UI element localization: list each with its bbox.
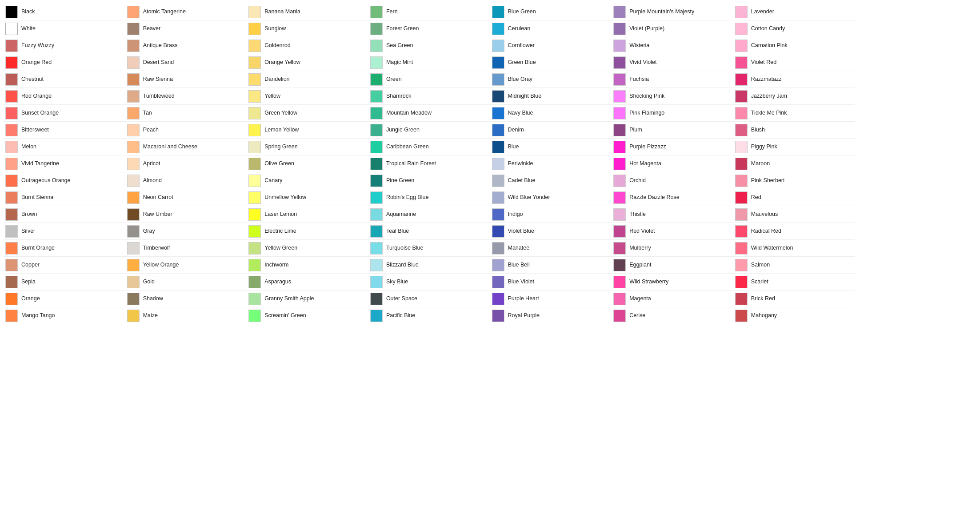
- color-item: Orange Yellow: [247, 54, 368, 71]
- color-item: Sunglow: [247, 20, 368, 37]
- color-swatch: [613, 90, 626, 103]
- color-label: Tan: [143, 110, 152, 116]
- color-label: Wild Strawberry: [629, 278, 668, 285]
- color-item: Purple Mountain's Majesty: [612, 4, 733, 20]
- color-swatch: [492, 191, 504, 204]
- color-label: Purple Mountain's Majesty: [629, 8, 694, 15]
- color-item: Atomic Tangerine: [125, 4, 247, 20]
- color-label: Wild Watermelon: [751, 245, 793, 251]
- color-swatch: [613, 124, 626, 136]
- color-label: Green: [386, 76, 402, 83]
- color-item: Silver: [4, 223, 125, 240]
- color-item: Periwinkle: [490, 155, 612, 172]
- color-swatch: [248, 124, 261, 136]
- color-item: Canary: [247, 172, 368, 189]
- color-swatch: [735, 293, 748, 305]
- color-label: Purple Pizzazz: [629, 143, 666, 150]
- color-swatch: [127, 293, 140, 305]
- color-label: Purple Heart: [508, 295, 539, 302]
- color-label: Indigo: [508, 211, 523, 218]
- color-label: Teal Blue: [386, 228, 409, 235]
- color-swatch: [370, 293, 383, 305]
- color-label: Violet (Purple): [629, 25, 664, 32]
- color-label: Jazzberry Jam: [751, 93, 787, 99]
- color-item: Blush: [733, 122, 855, 139]
- color-swatch: [370, 6, 383, 18]
- color-swatch: [5, 107, 18, 119]
- color-item: Magic Mint: [368, 54, 490, 71]
- color-swatch: [248, 141, 261, 153]
- color-item: Orange: [4, 290, 125, 307]
- color-label: Orange Red: [21, 59, 52, 66]
- color-swatch: [613, 6, 626, 18]
- color-item: Mango Tango: [4, 307, 125, 324]
- color-item: Hot Magenta: [612, 155, 733, 172]
- color-swatch: [613, 208, 626, 221]
- color-swatch: [613, 141, 626, 153]
- color-swatch: [492, 208, 504, 221]
- color-item: Navy Blue: [490, 105, 612, 122]
- color-label: Blue Violet: [508, 278, 535, 285]
- color-swatch: [5, 225, 18, 238]
- color-label: Tropical Rain Forest: [386, 160, 436, 167]
- color-swatch: [613, 242, 626, 255]
- color-item: Black: [4, 4, 125, 20]
- color-item: Blue Bell: [490, 257, 612, 274]
- color-item: Fuzzy Wuzzy: [4, 37, 125, 54]
- color-label: Wild Blue Yonder: [508, 194, 550, 201]
- color-swatch: [735, 56, 748, 69]
- color-item: Yellow Green: [247, 240, 368, 257]
- color-swatch: [127, 208, 140, 221]
- color-item: Eggplant: [612, 257, 733, 274]
- color-column-4: Blue GreenCeruleanCornflowerGreen BlueBl…: [490, 4, 612, 324]
- color-item: Teal Blue: [368, 223, 490, 240]
- color-swatch: [735, 175, 748, 187]
- color-item: Orchid: [612, 172, 733, 189]
- color-item: Mulberry: [612, 240, 733, 257]
- color-swatch: [735, 191, 748, 204]
- color-swatch: [492, 175, 504, 187]
- color-label: Raw Sienna: [143, 76, 173, 83]
- color-item: Electric Lime: [247, 223, 368, 240]
- color-label: Green Blue: [508, 59, 536, 66]
- color-label: Brown: [21, 211, 37, 218]
- color-swatch: [370, 259, 383, 271]
- color-swatch: [735, 23, 748, 35]
- color-label: Red Violet: [629, 228, 655, 235]
- color-label: Fern: [386, 8, 398, 15]
- color-item: Almond: [125, 172, 247, 189]
- color-label: Violet Red: [751, 59, 776, 66]
- color-label: Apricot: [143, 160, 160, 167]
- color-label: Outer Space: [386, 295, 417, 302]
- color-swatch: [127, 40, 140, 52]
- color-swatch: [5, 73, 18, 86]
- color-swatch: [370, 23, 383, 35]
- color-label: Sunset Orange: [21, 110, 59, 116]
- color-item: Green Yellow: [247, 105, 368, 122]
- color-item: Pink Sherbert: [733, 172, 855, 189]
- color-label: Granny Smith Apple: [264, 295, 314, 302]
- color-grid: BlackWhiteFuzzy WuzzyOrange RedChestnutR…: [4, 4, 976, 324]
- color-item: Mahogany: [733, 307, 855, 324]
- color-swatch: [613, 191, 626, 204]
- color-label: Antique Brass: [143, 42, 178, 49]
- color-item: Red Orange: [4, 88, 125, 105]
- color-label: Cerise: [629, 312, 645, 319]
- color-label: Vivid Violet: [629, 59, 656, 66]
- color-label: Navy Blue: [508, 110, 533, 116]
- color-swatch: [127, 191, 140, 204]
- color-label: Blush: [751, 127, 765, 133]
- color-label: Olive Green: [264, 160, 294, 167]
- color-swatch: [492, 40, 504, 52]
- color-label: Desert Sand: [143, 59, 174, 66]
- color-swatch: [5, 293, 18, 305]
- color-label: Hot Magenta: [629, 160, 661, 167]
- color-item: Forest Green: [368, 20, 490, 37]
- color-swatch: [248, 6, 261, 18]
- color-item: Midnight Blue: [490, 88, 612, 105]
- color-item: Wild Strawberry: [612, 274, 733, 290]
- color-item: Screamin' Green: [247, 307, 368, 324]
- color-item: Copper: [4, 257, 125, 274]
- color-swatch: [492, 23, 504, 35]
- color-label: Inchworm: [264, 262, 288, 268]
